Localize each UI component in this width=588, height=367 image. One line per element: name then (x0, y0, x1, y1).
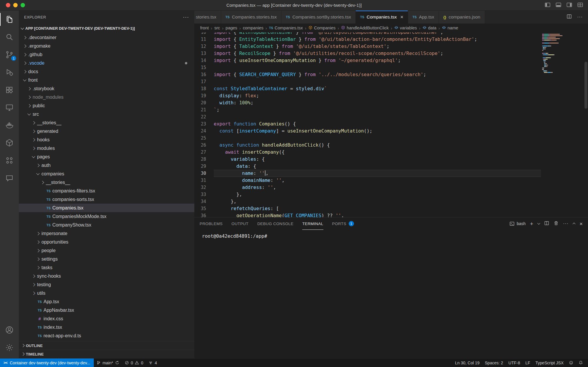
code-line[interactable]: 28 variables: { (194, 156, 541, 163)
tab-app-tsx[interactable]: TSApp.tsx (408, 11, 439, 24)
tree-item-companyshow-tsx[interactable]: TSCompanyShow.tsx (19, 221, 194, 229)
tree-item-testing[interactable]: testing (19, 280, 194, 289)
tree-item-companies-tsx[interactable]: TSCompanies.tsx (19, 204, 194, 212)
code-line[interactable]: 19 display: flex; (194, 92, 541, 99)
breadcrumb-item-front[interactable]: front (200, 26, 209, 30)
extensions-icon[interactable] (0, 81, 19, 99)
run-and-debug-icon[interactable] (0, 63, 19, 81)
panel-tab-debug-console[interactable]: DEBUG CONSOLE (257, 217, 293, 230)
code-line[interactable]: 11import { EntityTableActionBar } from '… (194, 36, 541, 43)
tree-item-hooks[interactable]: hooks (19, 135, 194, 144)
section-timeline[interactable]: TIMELINE (19, 350, 194, 358)
section-outline[interactable]: OUTLINE (19, 341, 194, 350)
status-typescript-jsx[interactable]: TypeScript JSX (533, 358, 566, 367)
docker-icon[interactable] (0, 116, 19, 134)
code-line[interactable]: 15 (194, 64, 541, 71)
new-terminal-icon[interactable]: + (530, 221, 533, 227)
tree-item-opportunities[interactable]: opportunities (19, 238, 194, 246)
breadcrumb-item-companies-tsx[interactable]: TSCompanies.tsx (269, 26, 303, 30)
code-line[interactable]: 13import { RecoilScope } from '@/ui/util… (194, 50, 541, 57)
split-terminal-icon[interactable] (544, 221, 549, 227)
project-section-header[interactable]: APP [CONTAINER DEV-TWENTY-DEV (DEV-TWENT… (19, 24, 194, 33)
tab-companies-sortby-stories-tsx[interactable]: TSCompanies.sortBy.stories.tsx (281, 11, 356, 24)
close-icon[interactable]: × (400, 14, 404, 20)
code-line[interactable]: 25 (194, 135, 541, 142)
code-line[interactable]: 17 (194, 78, 541, 85)
panel-tab-ports[interactable]: PORTS1 (332, 217, 354, 230)
code-line[interactable]: 36 getOperationName(GET_COMPANIES) ?? ''… (194, 212, 541, 217)
github-actions-icon[interactable] (0, 152, 19, 169)
tree-item-people[interactable]: people (19, 246, 194, 255)
tree-item-devcontainer[interactable]: .devcontainer (19, 33, 194, 42)
breadcrumb-item-companies[interactable]: companies (243, 26, 263, 30)
tree-item-app-tsx[interactable]: TSApp.tsx (19, 297, 194, 306)
maximize-panel-icon[interactable] (572, 223, 575, 226)
tree-item-react-app-env-d-ts[interactable]: TSreact-app-env.d.ts (19, 331, 194, 340)
dev-containers-icon[interactable] (0, 134, 19, 152)
status-ln-30[interactable]: Ln 30, Col 19 (452, 358, 482, 367)
tree-item-companies-sorts-tsx[interactable]: TScompanies-sorts.tsx (19, 195, 194, 204)
tree-item-public[interactable]: public (19, 101, 194, 110)
toggle-secondary-sidebar-icon[interactable] (566, 2, 572, 9)
tab-stories-tsx[interactable]: stories.tsx (194, 11, 221, 24)
minimize-window-button[interactable] (13, 3, 18, 7)
feedback-icon[interactable] (566, 358, 576, 367)
breadcrumb-item-pages[interactable]: pages (225, 26, 237, 30)
tree-item-storybook[interactable]: .storybook (19, 84, 194, 93)
code-line[interactable]: 27 await insertCompany({ (194, 149, 541, 156)
tree-item-impersonate[interactable]: impersonate (19, 229, 194, 238)
tree-item-node-modules[interactable]: node_modules (19, 93, 194, 101)
tree-item-companiesmockmode-tsx[interactable]: TSCompaniesMockMode.tsx (19, 212, 194, 221)
tree-item-src[interactable]: src (19, 110, 194, 118)
code-line[interactable]: 24 const [insertCompany] = useInsertOneC… (194, 128, 541, 135)
customize-layout-icon[interactable] (577, 2, 583, 9)
tree-item-companies-filters-tsx[interactable]: TScompanies-filters.tsx (19, 187, 194, 195)
more-actions-icon[interactable]: ··· (577, 14, 583, 20)
tree-item-github[interactable]: .github (19, 50, 194, 59)
code-line[interactable]: 21`; (194, 106, 541, 113)
accounts-icon[interactable] (0, 321, 19, 339)
tree-item-index-css[interactable]: #index.css (19, 314, 194, 323)
panel-tab-terminal[interactable]: TERMINAL (302, 217, 323, 230)
comments-icon[interactable] (0, 169, 19, 187)
panel-tab-output[interactable]: OUTPUT (231, 217, 248, 230)
minimap[interactable] (542, 33, 583, 73)
terminal-dropdown-icon[interactable] (537, 222, 540, 225)
toggle-panel-icon[interactable] (555, 2, 562, 9)
tree-item-generated[interactable]: generated (19, 127, 194, 135)
tree-item-appnavbar-tsx[interactable]: TSAppNavbar.tsx (19, 306, 194, 314)
breadcrumb-item-variables[interactable]: variables (394, 26, 417, 31)
code-line[interactable]: 14import { useInsertOneCompanyMutation }… (194, 57, 541, 64)
more-actions-icon[interactable]: ··· (563, 221, 569, 226)
tree-item-stories[interactable]: __stories__ (19, 178, 194, 187)
code-line[interactable]: 10import { WithTopBarContainer } from '@… (194, 32, 541, 36)
code-editor[interactable]: 10import { WithTopBarContainer } from '@… (194, 32, 588, 217)
breadcrumb-item-companies[interactable]: Companies (308, 26, 335, 31)
tree-item-utils[interactable]: utils (19, 289, 194, 297)
code-line[interactable]: 35 refetchQueries: [ (194, 205, 541, 212)
tree-item-front[interactable]: front (19, 76, 194, 84)
settings-icon[interactable] (0, 339, 19, 356)
tab-companies-stories-tsx[interactable]: TSCompanies.stories.tsx (221, 11, 282, 24)
tree-item-companies[interactable]: companies (19, 170, 194, 178)
code-line[interactable]: 32 address: '', (194, 184, 541, 191)
tree-item-modules[interactable]: modules (19, 144, 194, 153)
breadcrumb-item-data[interactable]: data (422, 26, 436, 31)
tree-item-pages[interactable]: pages (19, 153, 194, 161)
views-more-actions-icon[interactable]: ··· (183, 14, 189, 20)
breadcrumb-item-src[interactable]: src (214, 26, 220, 30)
code-line[interactable]: 12import { TableContext } from '@/ui/tab… (194, 43, 541, 50)
tree-item-auth[interactable]: auth (19, 161, 194, 170)
remote-indicator[interactable]: >< Container dev-twenty-dev (dev-twenty-… (0, 358, 94, 367)
editor-scrollbar-thumb[interactable] (584, 62, 587, 109)
tree-item-stories[interactable]: __stories__ (19, 118, 194, 127)
remote-explorer-icon[interactable] (0, 99, 19, 116)
code-line[interactable]: 18const StyledTableContainer = styled.di… (194, 85, 541, 92)
branch-indicator[interactable]: main* (94, 358, 122, 367)
tree-item-index-tsx[interactable]: TSindex.tsx (19, 323, 194, 331)
terminal-output[interactable]: root@0a42ecd84891:/app# (194, 230, 588, 358)
tree-item-docs[interactable]: docs (19, 67, 194, 76)
code-line[interactable]: 30 name: '', (194, 170, 541, 177)
tree-item-sync-hooks[interactable]: sync-hooks (19, 272, 194, 280)
code-line[interactable]: 31 domainName: '', (194, 177, 541, 184)
